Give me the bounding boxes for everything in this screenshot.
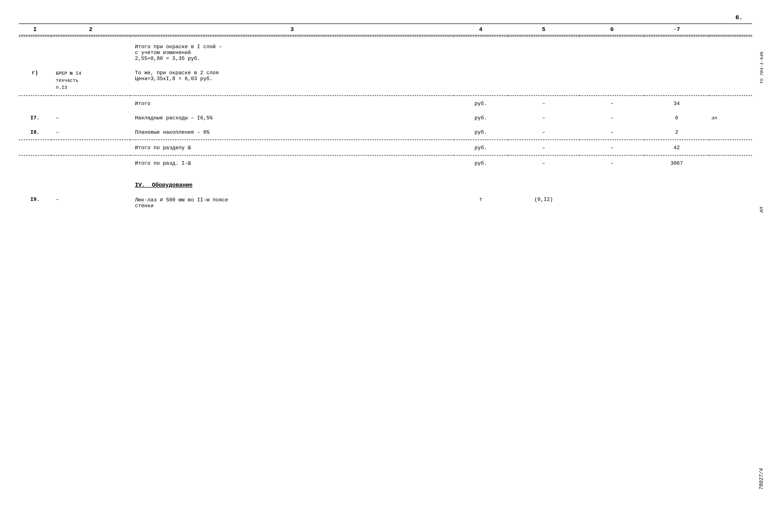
cell-itogo3-col7: 42 — [644, 141, 709, 155]
table-row: IV. Оборудование — [19, 178, 752, 192]
cell-row17-col7: 6 — [644, 111, 709, 125]
header-col4: 4 — [454, 24, 507, 35]
table-row: I8. – Плановые накопления – 6% руб. – – … — [19, 125, 752, 140]
cell-iv-col8 — [709, 178, 752, 192]
side-annotation-mid: эл — [759, 207, 764, 213]
cell-row19-col4: т — [454, 192, 507, 213]
cell-row-intro-col1 — [19, 37, 51, 66]
cell-iv-col6 — [580, 178, 644, 192]
cell-itogo-col1 — [19, 97, 51, 111]
cell-row-intro-col4 — [454, 37, 507, 66]
cell-itogo-col8 — [709, 97, 752, 111]
cell-row-g-col3: То же, при окраске в 2 слоя Цена=3,35хI,… — [130, 66, 454, 96]
cell-row18-col6: – — [580, 125, 644, 140]
cell-row-intro-col3: Итого при окраске в I слой – с учетом из… — [130, 37, 454, 66]
cell-row19-col2: – — [51, 192, 130, 213]
cell-row-g-col5 — [508, 66, 580, 96]
cell-itogo-col3: Итого — [130, 97, 454, 111]
cell-itogo-col5: – — [508, 97, 580, 111]
cell-row17-col4: руб. — [454, 111, 507, 125]
header-col8 — [709, 24, 752, 35]
cell-row-g-col2: БРЕР № I4техчастьп.I3 — [51, 66, 130, 96]
cell-iv-col7 — [644, 178, 709, 192]
cell-row-intro-col7 — [644, 37, 709, 66]
cell-row-g-col6 — [580, 66, 644, 96]
cell-row19-col8 — [709, 192, 752, 213]
cell-row17-col2: – — [51, 111, 130, 125]
cell-itogo3-col5: – — [508, 141, 580, 155]
cell-itogo13-col6: – — [580, 156, 644, 171]
side-annotation-bot: 78027/4 — [759, 468, 764, 490]
cell-row19-col7 — [644, 192, 709, 213]
cell-itogo3-col1 — [19, 141, 51, 155]
header-col1: I — [19, 24, 51, 35]
cell-row18-col8 — [709, 125, 752, 140]
cell-iv-col5 — [508, 178, 580, 192]
cell-row-intro-col6 — [580, 37, 644, 66]
cell-row-g-col1: г) — [19, 66, 51, 96]
cell-iv-col4 — [454, 178, 507, 192]
cell-itogo3-col4: руб. — [454, 141, 507, 155]
cell-row17-col1: I7. — [19, 111, 51, 125]
cell-row-g-col8 — [709, 66, 752, 96]
table-row: г) БРЕР № I4техчастьп.I3 То же, при окра… — [19, 66, 752, 96]
cell-row18-col3: Плановые накопления – 6% — [130, 125, 454, 140]
cell-iv-col2 — [51, 178, 130, 192]
section-iv-header: IV. Оборудование — [135, 182, 192, 188]
spacer-row — [19, 171, 752, 178]
cell-itogo-col6: – — [580, 97, 644, 111]
cell-itogo-col7: 34 — [644, 97, 709, 111]
table-row: Итого при окраске в I слой – с учетом из… — [19, 37, 752, 66]
cell-itogo13-col7: 3067 — [644, 156, 709, 171]
header-col7: ·7 — [644, 24, 709, 35]
side-annotation-top: Тп 704-1-54% — [759, 52, 764, 84]
cell-itogo13-col1 — [19, 156, 51, 171]
cell-row-intro-col8 — [709, 37, 752, 66]
header-col2: 2 — [51, 24, 130, 35]
cell-row-intro-col2 — [51, 37, 130, 66]
cell-itogo13-col8 — [709, 156, 752, 171]
table-row: I7. – Накладные расходы – I6,5% руб. – –… — [19, 111, 752, 125]
cell-row-g-col4 — [454, 66, 507, 96]
header-col3: 3 — [130, 24, 454, 35]
cell-itogo13-col2 — [51, 156, 130, 171]
cell-iv-col3: IV. Оборудование — [130, 178, 454, 192]
cell-row18-col1: I8. — [19, 125, 51, 140]
header-col6: 6 — [580, 24, 644, 35]
cell-row19-col3: Люк-лаз ⌀ 500 мм во II-м поясе стенки — [130, 192, 454, 213]
cell-row17-col3: Накладные расходы – I6,5% — [130, 111, 454, 125]
table-row: Итого руб. – – 34 — [19, 97, 752, 111]
header-col5: 5 — [508, 24, 580, 35]
cell-itogo13-col5: – — [508, 156, 580, 171]
main-table: I 2 3 4 5 6 ·7 Итого при окраске в I сло… — [19, 23, 752, 213]
cell-row19-col6 — [580, 192, 644, 213]
cell-row17-col5: – — [508, 111, 580, 125]
cell-row18-col5: – — [508, 125, 580, 140]
cell-row18-col7: 2 — [644, 125, 709, 140]
cell-row18-col2: – — [51, 125, 130, 140]
cell-row19-col1: I9. — [19, 192, 51, 213]
table-row: Итого по разделу Ш руб. – – 42 — [19, 141, 752, 155]
table-header: I 2 3 4 5 6 ·7 — [19, 24, 752, 35]
cell-itogo3-col3: Итого по разделу Ш — [130, 141, 454, 155]
cell-iv-col1 — [19, 178, 51, 192]
cell-row17-col8: эл — [709, 111, 752, 125]
cell-itogo-col4: руб. — [454, 97, 507, 111]
cell-itogo13-col4: руб. — [454, 156, 507, 171]
cell-itogo13-col3: Итого по разд. I-Ш — [130, 156, 454, 171]
table-row: I9. – Люк-лаз ⌀ 500 мм во II-м поясе сте… — [19, 192, 752, 213]
cell-row17-col6: – — [580, 111, 644, 125]
cell-itogo-col2 — [51, 97, 130, 111]
cell-itogo3-col8 — [709, 141, 752, 155]
cell-itogo3-col2 — [51, 141, 130, 155]
cell-itogo3-col6: – — [580, 141, 644, 155]
cell-row-intro-col5 — [508, 37, 580, 66]
page-number: 6. — [736, 14, 743, 21]
cell-row19-col5: (0,I2) — [508, 192, 580, 213]
table-row: Итого по разд. I-Ш руб. – – 3067 — [19, 156, 752, 171]
cell-row18-col4: руб. — [454, 125, 507, 140]
cell-row-g-col7 — [644, 66, 709, 96]
